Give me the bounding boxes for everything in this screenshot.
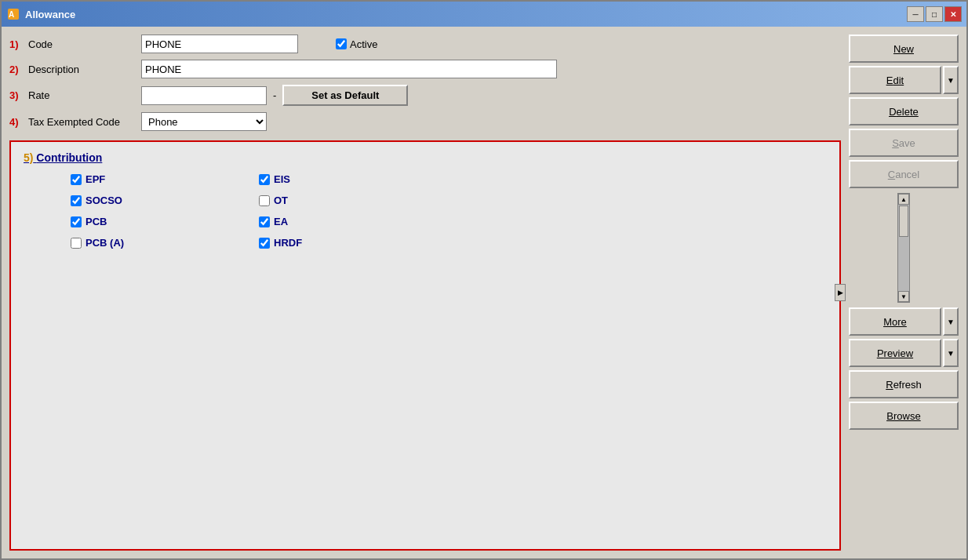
pcb-item: PCB xyxy=(71,216,227,227)
edit-button-group: Edit ▼ xyxy=(849,66,959,94)
socso-label: SOCSO xyxy=(86,195,122,206)
scrollbar: ▲ ▼ xyxy=(897,193,910,303)
browse-button[interactable]: Browse xyxy=(849,402,959,430)
contribution-checkboxes: EPF EIS SOCSO OT xyxy=(71,173,827,249)
window-title: Allowance xyxy=(25,9,75,20)
ea-item: EA xyxy=(259,216,416,227)
ea-label: EA xyxy=(274,216,288,227)
app-icon: A xyxy=(6,7,20,21)
rate-input[interactable] xyxy=(141,86,267,105)
eis-label: EIS xyxy=(274,173,290,185)
save-button[interactable]: Save xyxy=(849,129,959,157)
row2-num: 2) xyxy=(9,64,25,75)
rate-label-area: 3) Rate xyxy=(9,89,135,101)
main-window: A Allowance ─ □ ✕ 1) Code PHONE Active xyxy=(0,0,968,560)
edit-dropdown-arrow[interactable]: ▼ xyxy=(943,66,959,94)
pcb-checkbox[interactable] xyxy=(71,216,82,227)
content-area: 1) Code PHONE Active 2) Description PHON… xyxy=(2,27,966,558)
description-row: 2) Description PHONE xyxy=(9,60,841,78)
code-row: 1) Code PHONE Active xyxy=(9,35,841,53)
code-label-area: 1) Code xyxy=(9,38,135,50)
minimize-button[interactable]: ─ xyxy=(907,6,924,22)
pcba-item: PCB (A) xyxy=(71,237,227,249)
expand-panel-arrow[interactable]: ▶ xyxy=(835,284,846,301)
cancel-button[interactable]: Cancel xyxy=(849,160,959,188)
more-button[interactable]: More xyxy=(849,307,941,336)
title-bar-buttons: ─ □ ✕ xyxy=(907,6,962,22)
main-panel: 1) Code PHONE Active 2) Description PHON… xyxy=(9,35,841,551)
row3-num: 3) xyxy=(9,89,25,101)
more-button-group: More ▼ xyxy=(849,307,959,336)
ea-checkbox[interactable] xyxy=(259,216,270,227)
set-default-button[interactable]: Set as Default xyxy=(282,85,408,106)
edit-button[interactable]: Edit xyxy=(849,66,941,94)
rate-label: Rate xyxy=(28,89,49,101)
hrdf-checkbox[interactable] xyxy=(259,238,270,249)
title-bar: A Allowance ─ □ ✕ xyxy=(2,2,966,27)
description-label: Description xyxy=(28,64,79,75)
preview-button-group: Preview ▼ xyxy=(849,339,959,367)
contribution-num: 5) xyxy=(24,151,33,164)
scroll-thumb[interactable] xyxy=(899,205,908,237)
tax-exempted-row: 4) Tax Exempted Code Phone Food Transpor… xyxy=(9,112,841,131)
contribution-title-area: 5) Contribution xyxy=(24,151,827,164)
code-label: Code xyxy=(28,38,53,50)
title-bar-left: A Allowance xyxy=(6,7,75,21)
epf-item: EPF xyxy=(71,173,227,185)
ot-checkbox[interactable] xyxy=(259,195,270,206)
hrdf-item: HRDF xyxy=(259,237,416,249)
preview-button[interactable]: Preview xyxy=(849,339,941,367)
refresh-button[interactable]: Refresh xyxy=(849,370,959,398)
rate-dash: - xyxy=(273,89,276,101)
preview-dropdown-arrow[interactable]: ▼ xyxy=(943,339,959,367)
eis-item: EIS xyxy=(259,173,416,185)
scroll-track xyxy=(898,205,909,291)
epf-checkbox[interactable] xyxy=(71,174,82,185)
svg-text:A: A xyxy=(9,10,14,19)
description-input[interactable]: PHONE xyxy=(141,60,557,78)
eis-checkbox[interactable] xyxy=(259,174,270,185)
code-input[interactable]: PHONE xyxy=(141,35,298,53)
socso-checkbox[interactable] xyxy=(71,195,82,206)
maximize-button[interactable]: □ xyxy=(926,6,943,22)
active-area: Active xyxy=(336,38,377,50)
active-checkbox[interactable] xyxy=(336,38,347,49)
pcba-checkbox[interactable] xyxy=(71,238,82,249)
epf-label: EPF xyxy=(86,173,105,185)
delete-button[interactable]: Delete xyxy=(849,97,959,125)
new-button[interactable]: New xyxy=(849,35,959,63)
tax-label: Tax Exempted Code xyxy=(28,116,120,128)
row4-num: 4) xyxy=(9,116,25,128)
contribution-title: Contribution xyxy=(36,151,102,164)
contribution-box: 5) Contribution EPF EIS xyxy=(9,140,841,551)
pcba-label: PCB (A) xyxy=(86,237,124,249)
row1-num: 1) xyxy=(9,38,25,50)
rate-row: 3) Rate - Set as Default xyxy=(9,85,841,106)
socso-item: SOCSO xyxy=(71,195,227,206)
tax-label-area: 4) Tax Exempted Code xyxy=(9,116,135,128)
close-button[interactable]: ✕ xyxy=(944,6,962,22)
description-label-area: 2) Description xyxy=(9,64,135,75)
pcb-label: PCB xyxy=(86,216,107,227)
active-label: Active xyxy=(350,38,377,50)
ot-label: OT xyxy=(274,195,288,206)
scroll-down-arrow[interactable]: ▼ xyxy=(898,291,909,302)
scroll-up-arrow[interactable]: ▲ xyxy=(898,194,909,205)
more-dropdown-arrow[interactable]: ▼ xyxy=(943,307,959,336)
ot-item: OT xyxy=(259,195,416,206)
hrdf-label: HRDF xyxy=(274,237,302,249)
tax-exempted-select[interactable]: Phone Food Transport Other xyxy=(141,112,267,131)
right-panel: New Edit ▼ Delete Save Cancel ▲ ▼ ▶ xyxy=(849,35,959,551)
